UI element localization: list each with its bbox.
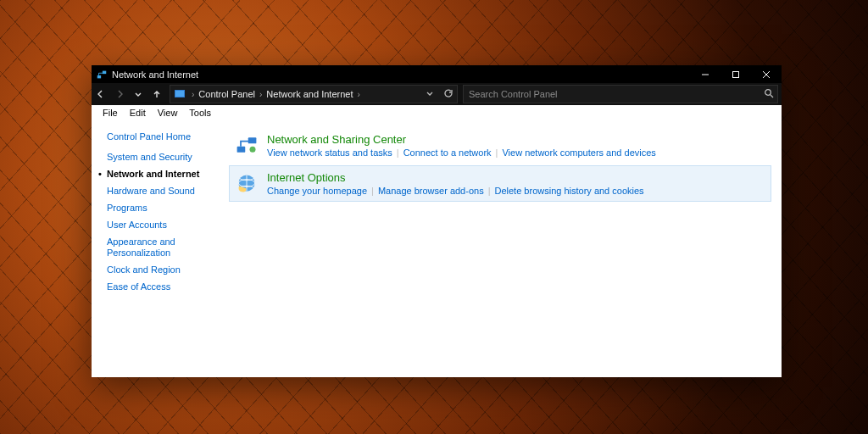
svg-point-5 <box>765 90 771 96</box>
separator: | <box>484 186 495 196</box>
sidebar-item-ease-of-access[interactable]: Ease of Access <box>107 281 229 292</box>
breadcrumb-root[interactable]: Control Panel <box>197 89 257 99</box>
close-button[interactable] <box>751 65 782 83</box>
content-pane: Network and Sharing CenterView network s… <box>229 120 782 377</box>
chevron-right-icon[interactable]: › <box>257 90 264 99</box>
menu-file[interactable]: File <box>97 107 124 119</box>
category-internet-options[interactable]: Internet OptionsChange your homepage|Man… <box>229 165 771 202</box>
recent-locations-button[interactable] <box>129 84 147 104</box>
chevron-right-icon[interactable]: › <box>189 90 197 99</box>
category-network-and-sharing-center[interactable]: Network and Sharing CenterView network s… <box>229 127 771 164</box>
category-tasks: Change your homepage|Manage browser add-… <box>267 186 644 196</box>
internet-options-icon <box>235 171 259 195</box>
chevron-right-icon[interactable]: › <box>354 90 362 99</box>
menu-edit[interactable]: Edit <box>124 107 152 119</box>
back-button[interactable] <box>92 84 110 104</box>
minimize-button[interactable] <box>690 65 721 83</box>
svg-rect-0 <box>97 75 101 78</box>
svg-rect-2 <box>733 71 739 77</box>
nav-toolbar: › Control Panel › Network and Internet › <box>92 83 782 105</box>
category-title[interactable]: Network and Sharing Center <box>267 133 656 146</box>
titlebar[interactable]: Network and Internet <box>92 65 782 83</box>
category-title[interactable]: Internet Options <box>267 171 644 184</box>
sidebar-home[interactable]: Control Panel Home <box>107 131 229 142</box>
sidebar-item-hardware-and-sound[interactable]: Hardware and Sound <box>107 186 229 197</box>
separator: | <box>492 147 503 158</box>
svg-point-8 <box>250 147 256 153</box>
control-panel-window: Network and Internet › Control Panel › N… <box>92 65 782 377</box>
menu-bar: File Edit View Tools <box>92 105 782 120</box>
task-link[interactable]: Connect to a network <box>403 147 492 158</box>
up-button[interactable] <box>147 84 166 104</box>
address-history-button[interactable] <box>425 88 435 100</box>
separator: | <box>367 186 378 196</box>
control-panel-icon <box>174 88 186 100</box>
svg-rect-4 <box>175 91 184 97</box>
window-title: Network and Internet <box>112 70 198 80</box>
task-link[interactable]: Change your homepage <box>267 186 367 196</box>
svg-rect-6 <box>237 147 246 153</box>
sidebar-item-user-accounts[interactable]: User Accounts <box>107 220 229 231</box>
task-link[interactable]: Delete browsing history and cookies <box>495 186 644 196</box>
sidebar-item-network-and-internet[interactable]: Network and Internet <box>107 169 229 180</box>
search-icon[interactable] <box>764 88 774 100</box>
sidebar-item-clock-and-region[interactable]: Clock and Region <box>107 264 229 275</box>
sidebar-item-programs[interactable]: Programs <box>107 203 229 214</box>
menu-view[interactable]: View <box>152 107 184 119</box>
task-link[interactable]: View network computers and devices <box>502 147 655 158</box>
sidebar-item-system-and-security[interactable]: System and Security <box>107 152 229 163</box>
separator: | <box>392 147 403 158</box>
task-link[interactable]: View network status and tasks <box>267 147 392 158</box>
maximize-button[interactable] <box>721 65 751 83</box>
network-sharing-icon <box>235 133 259 157</box>
breadcrumb-current[interactable]: Network and Internet <box>264 89 354 99</box>
sidebar: Control Panel Home System and SecurityNe… <box>92 120 229 377</box>
menu-tools[interactable]: Tools <box>183 107 217 119</box>
task-link[interactable]: Manage browser add-ons <box>378 186 484 196</box>
window-body: Control Panel Home System and SecurityNe… <box>92 120 782 377</box>
search-input[interactable] <box>464 89 777 99</box>
refresh-button[interactable] <box>443 88 453 100</box>
network-icon <box>96 69 108 81</box>
category-tasks: View network status and tasks|Connect to… <box>267 147 656 158</box>
forward-button[interactable] <box>110 84 129 104</box>
desktop-wallpaper: Network and Internet › Control Panel › N… <box>0 0 868 434</box>
search-box[interactable] <box>463 85 778 103</box>
sidebar-item-appearance-and-personalization[interactable]: Appearance and Personalization <box>107 236 200 259</box>
address-bar[interactable]: › Control Panel › Network and Internet › <box>170 85 458 103</box>
